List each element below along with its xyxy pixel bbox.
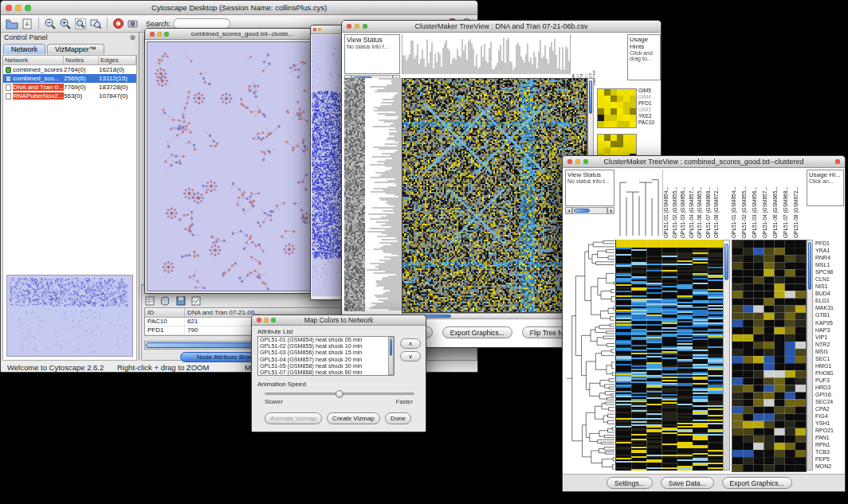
- matrix-row-label[interactable]: PAC10: [638, 119, 654, 126]
- zoom-column-label[interactable]: GPL51-01 (GSM854...: [732, 170, 741, 238]
- listbox-vscrollbar[interactable]: [388, 337, 394, 375]
- gene-label[interactable]: MSI1: [815, 348, 846, 355]
- attribute-list-item[interactable]: GPL51-07 (GSM868) heat shock 60 min: [260, 369, 394, 376]
- matrix-row-label[interactable]: PFD1: [638, 100, 654, 107]
- gene-label[interactable]: PEP5: [815, 455, 846, 463]
- column-label[interactable]: GPL51-07 (GSM868...: [706, 170, 714, 238]
- gene-label[interactable]: BUD4: [815, 290, 846, 297]
- treeview-button[interactable]: Export Graphics...: [442, 326, 512, 338]
- treeview1-titlebar[interactable]: ClusterMaker TreeView : DNA and Tran 07-…: [342, 21, 661, 33]
- annotation-strip[interactable]: [344, 78, 365, 311]
- dialog-button[interactable]: Done: [385, 412, 411, 424]
- gene-label[interactable]: NIS1: [815, 283, 846, 290]
- zoom-vscrollbar[interactable]: [807, 240, 813, 471]
- gene-label[interactable]: ELG1: [815, 297, 846, 304]
- column-header-edges[interactable]: Edges: [99, 56, 136, 64]
- animation-speed-slider[interactable]: [265, 393, 414, 395]
- network-tree-row[interactable]: combined_scores 2764(0) 16218(0): [3, 65, 136, 74]
- minimize-icon[interactable]: [157, 32, 162, 37]
- database-icon[interactable]: [160, 296, 170, 306]
- matrix-row-label[interactable]: YKE2: [638, 113, 654, 119]
- network-view-2-titlebar[interactable]: [311, 25, 343, 34]
- control-panel-tab[interactable]: Network: [3, 44, 45, 54]
- column-header-id[interactable]: ID: [145, 308, 185, 317]
- heatmap-hscrollbar[interactable]: [402, 313, 586, 319]
- column-label[interactable]: GPL51-06 (GSM865...: [697, 170, 705, 238]
- matrix-row-label[interactable]: GIM5: [638, 88, 654, 94]
- close-icon[interactable]: [567, 159, 572, 164]
- control-panel-tab[interactable]: VizMapper™: [47, 44, 104, 54]
- network-tree-row[interactable]: RNAPuberNov2... 563(0) 107847(0): [3, 92, 136, 100]
- scrollbar-thumb[interactable]: [808, 242, 811, 290]
- slider-handle[interactable]: [336, 390, 344, 398]
- gene-label[interactable]: YSH1: [815, 420, 846, 427]
- network-tree-row[interactable]: DNA and Tran 0... 7769(0) 183728(0): [3, 83, 136, 92]
- matrix-row-label[interactable]: GIM4: [638, 94, 654, 100]
- zoom-heatmap-canvas[interactable]: [732, 240, 807, 472]
- close-icon[interactable]: [835, 159, 840, 164]
- zoom-column-label[interactable]: GPL51-04 (GSM857...: [763, 170, 772, 238]
- zoom-window-icon[interactable]: [25, 5, 31, 11]
- minimize-icon[interactable]: [575, 159, 580, 164]
- gene-label[interactable]: PHO81: [815, 369, 846, 377]
- minimize-icon[interactable]: [318, 28, 321, 31]
- column-label[interactable]: GPL51-03 (GSM856...: [681, 170, 689, 238]
- gene-label[interactable]: MON2: [815, 463, 846, 470]
- scrollbar-thumb[interactable]: [574, 209, 590, 213]
- gene-label[interactable]: GTB1: [815, 311, 846, 318]
- network-canvas-2[interactable]: [312, 35, 342, 296]
- column-dendrogram[interactable]: [616, 170, 663, 236]
- mini-hscrollbar[interactable]: [565, 207, 614, 214]
- scrollbar-thumb[interactable]: [589, 80, 592, 114]
- gene-label[interactable]: SEC24: [815, 398, 846, 405]
- close-icon[interactable]: [257, 318, 261, 322]
- annotation-icon[interactable]: [112, 18, 124, 29]
- close-icon[interactable]: [6, 5, 12, 11]
- dialog-titlebar[interactable]: Map Colors to Network: [252, 315, 426, 326]
- gene-label[interactable]: SEC1: [815, 355, 846, 362]
- gene-label[interactable]: SPC98: [815, 268, 846, 275]
- gene-label[interactable]: MSL1: [815, 261, 846, 268]
- row-dendrogram[interactable]: [565, 240, 614, 471]
- zoom-column-label[interactable]: GPL51-02 (GSM855...: [742, 170, 752, 238]
- gene-label[interactable]: RNR4: [815, 254, 846, 261]
- scrollbar-thumb[interactable]: [390, 338, 392, 356]
- gene-label[interactable]: HAP3: [815, 326, 846, 334]
- zoom-column-label[interactable]: GPL51-08 (GSM872...: [794, 170, 803, 238]
- scrollbar-thumb[interactable]: [724, 244, 728, 280]
- column-label[interactable]: GPL51-04 (GSM857...: [689, 170, 697, 238]
- close-icon[interactable]: [313, 28, 316, 31]
- zoom-window-icon[interactable]: [164, 32, 169, 37]
- gene-label[interactable]: VIP1: [815, 334, 846, 341]
- gene-label[interactable]: MAK31: [815, 304, 846, 311]
- network-tree-row[interactable]: combined_sco... 2569(6) 13112(15): [3, 74, 136, 83]
- treeview-button[interactable]: Export Graphics...: [722, 477, 792, 489]
- gene-label[interactable]: RPN1: [815, 441, 846, 448]
- column-dendrogram[interactable]: [402, 34, 571, 74]
- minimize-icon[interactable]: [355, 24, 359, 29]
- minimize-icon[interactable]: [264, 318, 269, 322]
- close-icon[interactable]: [150, 32, 155, 37]
- gene-label[interactable]: KAP95: [815, 319, 846, 326]
- heatmap-vscrollbar[interactable]: [723, 240, 730, 471]
- zoom-fit-icon[interactable]: [74, 18, 87, 30]
- close-icon[interactable]: [347, 24, 351, 29]
- column-label[interactable]: GPL51-02 (GSM855...: [673, 170, 681, 238]
- close-panel-icon[interactable]: ⊗: [129, 33, 135, 41]
- treeview-button[interactable]: Settings...: [607, 477, 653, 489]
- gene-label[interactable]: NTR2: [815, 341, 846, 348]
- save-attributes-icon[interactable]: [176, 296, 186, 306]
- gene-label[interactable]: YRA1: [815, 247, 846, 254]
- move-up-button[interactable]: ∧: [400, 338, 421, 349]
- select-attributes-icon[interactable]: [191, 296, 201, 306]
- zoom-out-icon[interactable]: [44, 18, 57, 30]
- gene-label[interactable]: GPI16: [815, 391, 846, 398]
- gene-label[interactable]: TCB3: [815, 448, 846, 455]
- column-header-nodes[interactable]: Nodes: [64, 56, 99, 64]
- zoom-column-label[interactable]: GPL51-03 (GSM856...: [752, 170, 762, 238]
- minimize-icon[interactable]: [15, 5, 22, 11]
- gene-label[interactable]: PFD1: [815, 240, 846, 247]
- network-overview-thumbnail[interactable]: [6, 275, 133, 357]
- correlation-matrix[interactable]: [597, 88, 637, 128]
- heatmap-canvas[interactable]: [402, 78, 587, 313]
